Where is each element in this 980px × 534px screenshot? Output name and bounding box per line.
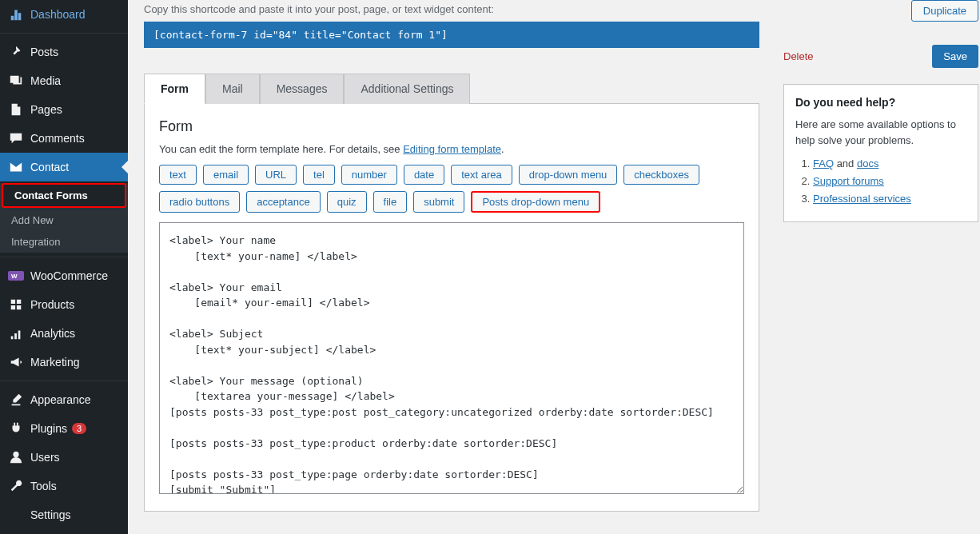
comment-icon (8, 130, 24, 146)
menu-dashboard[interactable]: Dashboard (0, 0, 128, 29)
tag-url[interactable]: URL (255, 165, 297, 185)
faq-link[interactable]: FAQ (813, 157, 834, 169)
page-icon (8, 102, 24, 118)
right-column: Duplicate Delete Save Do you need help? … (775, 0, 980, 534)
tag-posts-drop-down-menu[interactable]: Posts drop-down menu (471, 191, 600, 213)
megaphone-icon (8, 354, 24, 370)
tag-quiz[interactable]: quiz (327, 191, 367, 213)
tag-text-area[interactable]: text area (451, 165, 512, 185)
pro-link[interactable]: Professional services (813, 193, 911, 205)
tab-messages[interactable]: Messages (260, 74, 345, 104)
main-content: Copy this shortcode and paste it into yo… (128, 0, 775, 534)
pin-icon (8, 44, 24, 60)
duplicate-button[interactable]: Duplicate (911, 0, 978, 22)
admin-sidebar: Dashboard Posts Media Pages Comments Con… (0, 0, 128, 534)
menu-woocommerce[interactable]: WWooCommerce (0, 261, 128, 290)
menu-comments[interactable]: Comments (0, 124, 128, 153)
svg-point-2 (13, 452, 18, 457)
submenu-contact: Contact Forms Add New Integration (0, 183, 128, 253)
submenu-contact-forms[interactable]: Contact Forms (2, 183, 126, 208)
menu-settings[interactable]: Settings (0, 500, 128, 529)
menu-posts[interactable]: Posts (0, 38, 128, 66)
help-box: Do you need help? Here are some availabl… (783, 84, 978, 222)
panel-title: Form (159, 118, 744, 135)
menu-products[interactable]: Products (0, 290, 128, 319)
wrench-icon (8, 478, 24, 494)
media-icon (8, 73, 24, 89)
svg-text:W: W (11, 273, 18, 280)
menu-tools[interactable]: Tools (0, 472, 128, 500)
editing-template-link[interactable]: Editing form template (403, 143, 501, 155)
products-icon (8, 297, 24, 313)
tag-radio-buttons[interactable]: radio buttons (159, 191, 240, 213)
tag-file[interactable]: file (373, 191, 408, 213)
menu-users[interactable]: Users (0, 443, 128, 472)
help-title: Do you need help? (795, 96, 966, 109)
tag-generator: textemailURLtelnumberdatetext areadrop-d… (159, 165, 744, 213)
tag-date[interactable]: date (404, 165, 444, 185)
help-text: Here are some available options to help … (795, 117, 966, 148)
analytics-icon (8, 325, 24, 341)
menu-contact[interactable]: Contact (0, 153, 128, 181)
tag-email[interactable]: email (203, 165, 249, 185)
plugins-badge: 3 (72, 423, 86, 434)
woo-icon: W (8, 268, 24, 284)
dashboard-icon (8, 6, 24, 22)
tag-number[interactable]: number (341, 165, 397, 185)
form-template-textarea[interactable] (159, 222, 744, 494)
tag-tel[interactable]: tel (303, 165, 335, 185)
tag-checkboxes[interactable]: checkboxes (623, 165, 699, 185)
tab-mail[interactable]: Mail (205, 74, 260, 104)
panel-desc: You can edit the form template here. For… (159, 143, 744, 155)
save-button[interactable]: Save (932, 45, 978, 68)
form-panel: Form You can edit the form template here… (144, 103, 759, 512)
tag-submit[interactable]: submit (413, 191, 464, 213)
menu-pages[interactable]: Pages (0, 95, 128, 124)
menu-marketing[interactable]: Marketing (0, 348, 128, 377)
submenu-integration[interactable]: Integration (0, 231, 128, 253)
tag-text[interactable]: text (159, 165, 197, 185)
user-icon (8, 449, 24, 465)
shortcode-hint: Copy this shortcode and paste it into yo… (144, 3, 759, 15)
menu-media[interactable]: Media (0, 66, 128, 95)
menu-analytics[interactable]: Analytics (0, 319, 128, 348)
help-item-support: Support forums (813, 175, 966, 187)
docs-link[interactable]: docs (857, 157, 878, 169)
tag-drop-down-menu[interactable]: drop-down menu (519, 165, 618, 185)
help-item-pro: Professional services (813, 193, 966, 205)
mail-icon (8, 159, 24, 175)
tabs: Form Mail Messages Additional Settings (144, 74, 759, 104)
submenu-add-new[interactable]: Add New (0, 209, 128, 231)
delete-link[interactable]: Delete (783, 50, 814, 62)
plug-icon (8, 420, 24, 436)
tab-additional[interactable]: Additional Settings (344, 74, 470, 104)
sliders-icon (8, 507, 24, 523)
help-item-faq: FAQ and docs (813, 157, 966, 169)
tab-form[interactable]: Form (144, 74, 205, 104)
menu-appearance[interactable]: Appearance (0, 385, 128, 414)
collapse-menu[interactable]: ◄Collapse menu (0, 529, 128, 534)
shortcode-box[interactable]: [contact-form-7 id="84" title="Contact f… (144, 22, 759, 48)
menu-plugins[interactable]: Plugins3 (0, 414, 128, 443)
brush-icon (8, 392, 24, 408)
support-link[interactable]: Support forums (813, 175, 884, 187)
tag-acceptance[interactable]: acceptance (246, 191, 321, 213)
